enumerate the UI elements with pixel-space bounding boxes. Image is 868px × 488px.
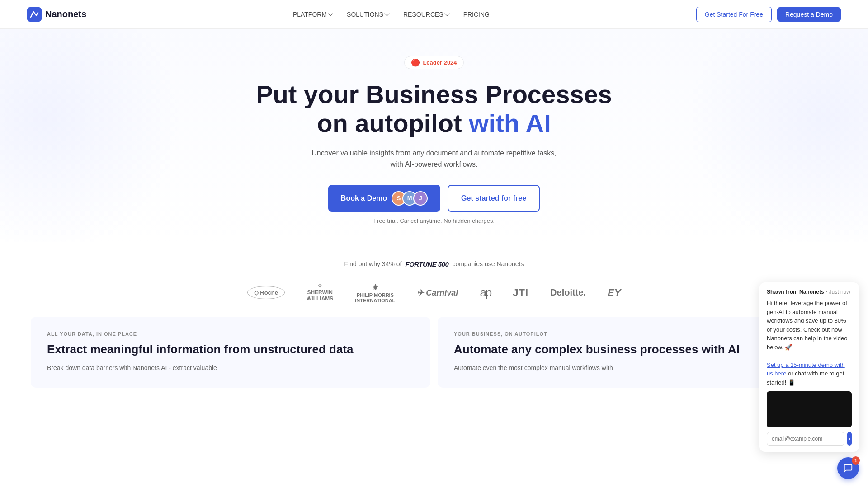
solutions-chevron-icon <box>384 11 389 16</box>
logo-ap: ap <box>480 286 491 300</box>
chat-video <box>767 391 852 406</box>
logo-roche: ◇ Roche <box>247 286 285 299</box>
nav-solutions[interactable]: SOLUTIONS <box>347 11 389 18</box>
cards-section: ALL YOUR DATA, IN ONE PLACE Extract mean… <box>0 317 868 406</box>
card-extract-title: Extract meaningful information from unst… <box>47 342 414 357</box>
card-extract-body: Break down data barriers with Nanonets A… <box>47 363 414 373</box>
logos-header: Find out why 34% of FORTUNE 500 companie… <box>27 260 841 268</box>
hero-headline: Put your Business Processes on autopilot… <box>9 80 859 138</box>
g2-badge: 🔴 Leader 2024 <box>404 56 463 69</box>
logos-section: Find out why 34% of FORTUNE 500 companie… <box>0 242 868 317</box>
card-extract: ALL YOUR DATA, IN ONE PLACE Extract mean… <box>31 317 430 388</box>
get-started-free-button[interactable]: Get started for free <box>448 185 540 212</box>
avatar-3: J <box>413 191 428 206</box>
free-trial-text: Free trial. Cancel anytime. No hidden ch… <box>9 217 859 224</box>
avatar-group: S M J <box>392 191 428 206</box>
logo-icon <box>27 7 42 22</box>
logo-sherwin: ⚙ SHERWINWILLIAMS <box>307 283 333 302</box>
nav-pricing[interactable]: PRICING <box>463 11 490 18</box>
logo[interactable]: Nanonets <box>27 7 86 22</box>
nav-actions: Get Started For Free Request a Demo <box>696 7 841 22</box>
logo-ey: EY <box>608 287 621 299</box>
logo-philip-morris: ⚜ PHILIP MORRISINTERNATIONAL <box>355 282 395 303</box>
chat-body: Hi there, leverage the power of gen-AI t… <box>767 299 852 387</box>
fortune-logo: FORTUNE 500 <box>405 260 448 268</box>
svg-rect-0 <box>27 7 42 22</box>
nav-links: PLATFORM SOLUTIONS RESOURCES PRICING <box>293 11 490 18</box>
logo-text: Nanonets <box>45 9 86 19</box>
book-demo-button[interactable]: Book a Demo S M J <box>328 185 440 212</box>
hero-buttons: Book a Demo S M J Get started for free <box>9 185 859 212</box>
chat-widget: Shawn from Nanonets • Just now Hi there,… <box>760 282 859 406</box>
card-extract-label: ALL YOUR DATA, IN ONE PLACE <box>47 331 414 337</box>
logo-deloitte: Deloitte. <box>550 287 586 298</box>
get-started-button[interactable]: Get Started For Free <box>696 7 772 22</box>
resources-chevron-icon <box>444 11 449 16</box>
logos-row: ◇ Roche ⚙ SHERWINWILLIAMS ⚜ PHILIP MORRI… <box>27 282 841 303</box>
g2-icon: 🔴 <box>411 58 420 67</box>
navbar: Nanonets PLATFORM SOLUTIONS RESOURCES PR… <box>0 0 868 29</box>
logo-jti: JTI <box>513 287 528 299</box>
hero-subheadline: Uncover valuable insights from any docum… <box>307 147 561 170</box>
chat-header: Shawn from Nanonets • Just now <box>767 289 852 295</box>
nav-resources[interactable]: RESOURCES <box>403 11 449 18</box>
platform-chevron-icon <box>328 11 333 16</box>
hero-section: 🔴 Leader 2024 Put your Business Processe… <box>0 29 868 242</box>
logo-carnival: ✈ Carnival <box>417 288 458 298</box>
nav-platform[interactable]: PLATFORM <box>293 11 332 18</box>
request-demo-button[interactable]: Request a Demo <box>777 7 841 22</box>
